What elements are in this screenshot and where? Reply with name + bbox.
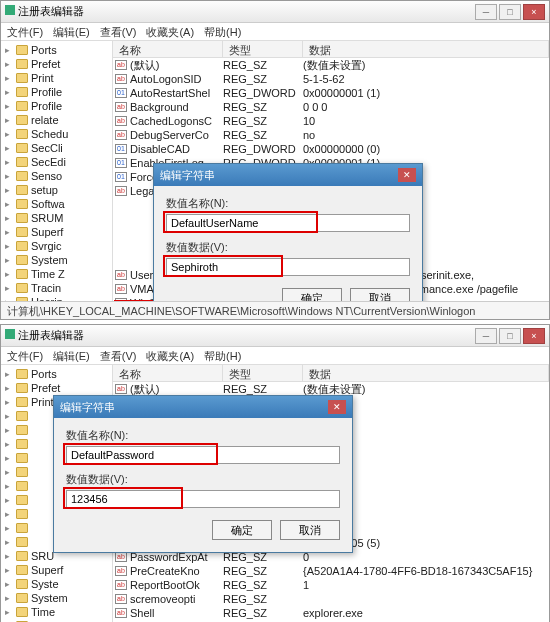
value-name-input[interactable] [66,446,340,464]
folder-icon [16,579,28,589]
tree-node[interactable]: ▸System [5,591,112,605]
table-row[interactable]: abAutoLogonSIDREG_SZ5-1-5-62 [113,72,549,86]
tree-node[interactable]: ▸System [5,253,112,267]
menu-file[interactable]: 文件(F) [7,349,43,362]
folder-icon [16,425,28,435]
table-row[interactable]: abDebugServerCoREG_SZno [113,128,549,142]
folder-icon [16,495,28,505]
list-panel[interactable]: 名称 类型 数据 ab(默认)REG_SZ(数值未设置) 0001 (1)000… [113,365,549,622]
value-name-label: 数值名称(N): [166,196,410,211]
folder-icon [16,453,28,463]
window-title: 注册表编辑器 [18,329,84,341]
menu-file[interactable]: 文件(F) [7,25,43,38]
tree-node[interactable]: ▸Syste [5,577,112,591]
table-row[interactable]: 01AutoRestartShelREG_DWORD0x00000001 (1) [113,86,549,100]
menu-fav[interactable]: 收藏夹(A) [146,349,194,362]
tree-node[interactable]: ▸Softwa [5,197,112,211]
dialog-title: 编辑字符串 [160,168,215,183]
tree-node[interactable]: ▸Superf [5,563,112,577]
menu-edit[interactable]: 编辑(E) [53,25,90,38]
tree-node[interactable]: ▸Userin [5,295,112,301]
folder-icon [16,509,28,519]
cancel-button[interactable]: 取消 [280,520,340,540]
folder-icon [16,255,28,265]
minimize-button[interactable]: ─ [475,4,497,20]
tree-node[interactable]: ▸setup [5,183,112,197]
string-icon: ab [115,384,127,394]
table-row[interactable]: abCachedLogonsCREG_SZ10 [113,114,549,128]
value-name-input[interactable] [166,214,410,232]
tree-node[interactable]: ▸Svrgic [5,239,112,253]
folder-icon [16,129,28,139]
folder-icon [16,283,28,293]
col-type[interactable]: 类型 [223,41,303,57]
string-icon: ab [115,130,127,140]
col-name[interactable]: 名称 [113,365,223,381]
list-header[interactable]: 名称 类型 数据 [113,41,549,58]
tree-node[interactable]: ▸Print [5,71,112,85]
table-row[interactable]: abShellREG_SZexplorer.exe [113,606,549,620]
folder-icon [16,227,28,237]
tree-node[interactable]: ▸Superf [5,225,112,239]
tree-node[interactable]: ▸SRUM [5,211,112,225]
menu-edit[interactable]: 编辑(E) [53,349,90,362]
tree-node[interactable]: ▸Senso [5,169,112,183]
list-header[interactable]: 名称 类型 数据 [113,365,549,382]
tree-node[interactable]: ▸Time Z [5,267,112,281]
folder-icon [16,269,28,279]
folder-icon [16,101,28,111]
menu-help[interactable]: 帮助(H) [204,349,241,362]
col-type[interactable]: 类型 [223,365,303,381]
table-row[interactable]: abReportBootOkREG_SZ1 [113,578,549,592]
table-row[interactable]: ab(默认)REG_SZ(数值未设置) [113,382,549,396]
folder-icon [16,537,28,547]
titlebar[interactable]: 注册表编辑器 ─ □ × [1,325,549,347]
tree-node[interactable]: ▸Time [5,605,112,619]
maximize-button[interactable]: □ [499,328,521,344]
edit-string-dialog[interactable]: 编辑字符串 ✕ 数值名称(N): 数值数据(V): 确定 [53,395,353,553]
col-data[interactable]: 数据 [303,365,549,381]
folder-icon [16,297,28,301]
table-row[interactable]: ab(默认)REG_SZ(数值未设置) [113,58,549,72]
dialog-close-button[interactable]: ✕ [398,168,416,182]
tree-node[interactable]: ▸Prefet [5,381,112,395]
folder-icon [16,59,28,69]
minimize-button[interactable]: ─ [475,328,497,344]
list-panel[interactable]: 名称 类型 数据 ab(默认)REG_SZ(数值未设置)abAutoLogonS… [113,41,549,301]
tree-node[interactable]: ▸relate [5,113,112,127]
menu-help[interactable]: 帮助(H) [204,25,241,38]
col-name[interactable]: 名称 [113,41,223,57]
table-row[interactable]: 01DisableCADREG_DWORD0x00000000 (0) [113,142,549,156]
tree-node[interactable]: ▸Ports [5,43,112,57]
tree-node[interactable]: ▸Profile [5,99,112,113]
tree-node[interactable]: ▸SecCli [5,141,112,155]
ok-button[interactable]: 确定 [212,520,272,540]
menu-fav[interactable]: 收藏夹(A) [146,25,194,38]
close-button[interactable]: × [523,328,545,344]
value-data-input[interactable] [66,490,340,508]
edit-string-dialog[interactable]: 编辑字符串 ✕ 数值名称(N): 数值数据(V): 确定 [153,163,423,301]
folder-icon [16,523,28,533]
titlebar[interactable]: 注册表编辑器 ─ □ × [1,1,549,23]
folder-icon [16,143,28,153]
ok-button[interactable]: 确定 [282,288,342,301]
table-row[interactable]: abscremoveoptiREG_SZ [113,592,549,606]
table-row[interactable]: abBackgroundREG_SZ0 0 0 [113,100,549,114]
tree-node[interactable]: ▸SecEdi [5,155,112,169]
tree-node[interactable]: ▸Prefet [5,57,112,71]
tree-panel[interactable]: ▸Ports▸Prefet▸Print▸Profile▸Profile▸rela… [1,41,113,301]
table-row[interactable]: abPreCreateKnoREG_SZ{A520A1A4-1780-4FF6-… [113,564,549,578]
dialog-close-button[interactable]: ✕ [328,400,346,414]
value-data-input[interactable] [166,258,410,276]
cancel-button[interactable]: 取消 [350,288,410,301]
maximize-button[interactable]: □ [499,4,521,20]
tree-node[interactable]: ▸Profile [5,85,112,99]
tree-node[interactable]: ▸Ports [5,367,112,381]
tree-node[interactable]: ▸Schedu [5,127,112,141]
tree-node[interactable]: ▸Tracin [5,281,112,295]
col-data[interactable]: 数据 [303,41,549,57]
menu-view[interactable]: 查看(V) [100,25,137,38]
close-button[interactable]: × [523,4,545,20]
folder-icon [16,551,28,561]
menu-view[interactable]: 查看(V) [100,349,137,362]
